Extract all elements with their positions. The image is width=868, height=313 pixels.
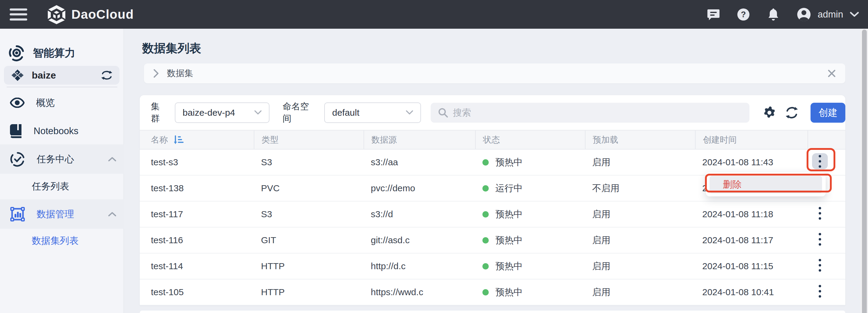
status-text: 预热中 [495, 260, 523, 273]
cell-type: PVC [254, 183, 364, 194]
column-header-preload[interactable]: 预加载 [585, 131, 695, 149]
sidebar-subitem-label: 任务列表 [32, 180, 69, 193]
cluster-label: 集群 [151, 101, 168, 125]
sort-icon[interactable] [173, 135, 184, 145]
next-card-edge [140, 311, 845, 313]
user-menu[interactable]: admin [797, 7, 859, 22]
namespace-label: 命名空间 [283, 101, 317, 125]
cell-source: https://wwd.c [364, 287, 475, 297]
column-label: 状态 [483, 134, 500, 146]
chevron-down-icon [406, 110, 413, 115]
cell-preload: 启用 [585, 208, 695, 220]
column-label: 名称 [151, 134, 168, 146]
search-icon [438, 108, 448, 118]
table-row[interactable]: test-114 HTTP http://d.c 预热中 启用 2024-01-… [140, 253, 845, 279]
cell-preload: 启用 [585, 260, 695, 273]
status-dot-icon [483, 159, 489, 166]
column-label: 数据源 [371, 134, 397, 146]
avatar [797, 7, 811, 22]
feedback-chat-icon[interactable] [707, 8, 720, 21]
row-actions-kebab-icon[interactable] [812, 153, 828, 169]
sidebar-subitem-label: 数据集列表 [32, 235, 79, 247]
help-icon[interactable]: ? [737, 8, 750, 21]
create-button[interactable]: 创建 [810, 103, 845, 123]
cell-name: test-114 [140, 261, 254, 271]
cell-preload: 不启用 [585, 182, 695, 195]
cell-name: test-s3 [140, 157, 254, 167]
workspace-selector[interactable]: baize [4, 66, 120, 84]
table-row[interactable]: test-s3 S3 s3://aa 预热中 启用 2024-01-08 11:… [140, 149, 845, 176]
row-actions-kebab-icon[interactable] [812, 231, 828, 247]
row-actions-kebab-icon[interactable] [812, 205, 828, 221]
chevron-up-icon [108, 157, 116, 162]
sidebar-item-notebooks[interactable]: Notebooks [0, 119, 124, 143]
cell-name: test-105 [140, 287, 254, 297]
sidebar-item-task-list[interactable]: 任务列表 [0, 174, 124, 199]
search-input[interactable] [453, 108, 725, 118]
cell-status: 预热中 [475, 286, 585, 299]
cell-type: GIT [254, 235, 364, 245]
gear-icon[interactable] [763, 106, 776, 119]
delete-menu-item[interactable]: 删除 [710, 176, 822, 194]
close-icon[interactable] [827, 69, 836, 78]
cluster-select-value: baize-dev-p4 [183, 108, 235, 118]
cell-actions [807, 202, 845, 227]
column-header-created[interactable]: 创建时间 [695, 131, 807, 149]
status-text: 运行中 [495, 182, 523, 195]
cell-type: S3 [254, 157, 364, 167]
brand-name: DaoCloud [71, 7, 134, 22]
status-dot-icon [483, 185, 489, 192]
workspace-name: baize [32, 70, 93, 81]
topbar-actions: ? admin [707, 7, 859, 22]
breadcrumb-label: 数据集 [167, 67, 193, 79]
sidebar-item-task-center[interactable]: 任务中心 [0, 144, 124, 174]
namespace-select[interactable]: default [324, 102, 421, 123]
column-label: 类型 [261, 134, 279, 146]
data-management-icon [10, 207, 25, 222]
status-dot-icon [483, 289, 489, 295]
row-actions-kebab-icon[interactable] [812, 257, 828, 273]
username: admin [818, 9, 843, 20]
cell-preload: 启用 [585, 234, 695, 247]
workspace-switch-icon[interactable] [101, 70, 113, 80]
cell-created: 2024-01-08 11:43 [695, 157, 807, 167]
table-row[interactable]: test-116 GIT git://asd.c 预热中 启用 2024-01-… [140, 228, 845, 253]
eye-icon [10, 98, 25, 108]
hamburger-menu-icon[interactable] [10, 8, 27, 21]
status-dot-icon [483, 237, 489, 244]
book-icon [10, 124, 22, 138]
column-header-type[interactable]: 类型 [254, 131, 364, 149]
sidebar-item-overview[interactable]: 概览 [0, 91, 124, 115]
column-header-actions [807, 131, 845, 149]
status-text: 预热中 [495, 208, 523, 220]
breadcrumb: 数据集 [144, 64, 845, 83]
sidebar-item-dataset-list[interactable]: 数据集列表 [0, 229, 124, 253]
cluster-select[interactable]: baize-dev-p4 [175, 102, 270, 123]
notification-bell-icon[interactable] [767, 8, 780, 21]
cell-preload: 启用 [585, 156, 695, 169]
cell-status: 预热中 [475, 234, 585, 247]
status-dot-icon [483, 211, 489, 217]
sidebar-item-label: 概览 [36, 96, 55, 109]
refresh-icon[interactable] [785, 106, 799, 119]
column-header-source[interactable]: 数据源 [364, 131, 475, 149]
cell-status: 预热中 [475, 156, 585, 169]
column-header-name[interactable]: 名称 [140, 131, 254, 149]
cell-type: HTTP [254, 261, 364, 271]
cell-source: http://d.c [364, 261, 475, 271]
chevron-right-icon[interactable] [153, 69, 159, 78]
table-row[interactable]: test-105 HTTP https://wwd.c 预热中 启用 2024-… [140, 279, 845, 306]
sidebar-item-data-management[interactable]: 数据管理 [0, 199, 124, 229]
row-actions-kebab-icon[interactable] [812, 283, 828, 299]
cell-source: s3://d [364, 209, 475, 219]
table-row[interactable]: test-117 S3 s3://d 预热中 启用 2024-01-08 11:… [140, 202, 845, 228]
scrollbar-thumb[interactable] [862, 30, 867, 313]
chevron-up-icon [108, 212, 116, 217]
dataset-table-card: 集群 baize-dev-p4 命名空间 default 创建 [140, 95, 845, 306]
cell-preload: 启用 [585, 286, 695, 299]
cell-created: 2024-01-08 11:15 [695, 261, 807, 271]
cell-name: test-117 [140, 209, 254, 219]
task-center-icon [10, 152, 25, 167]
brand: DaoCloud [47, 4, 134, 25]
column-header-status[interactable]: 状态 [475, 131, 585, 149]
